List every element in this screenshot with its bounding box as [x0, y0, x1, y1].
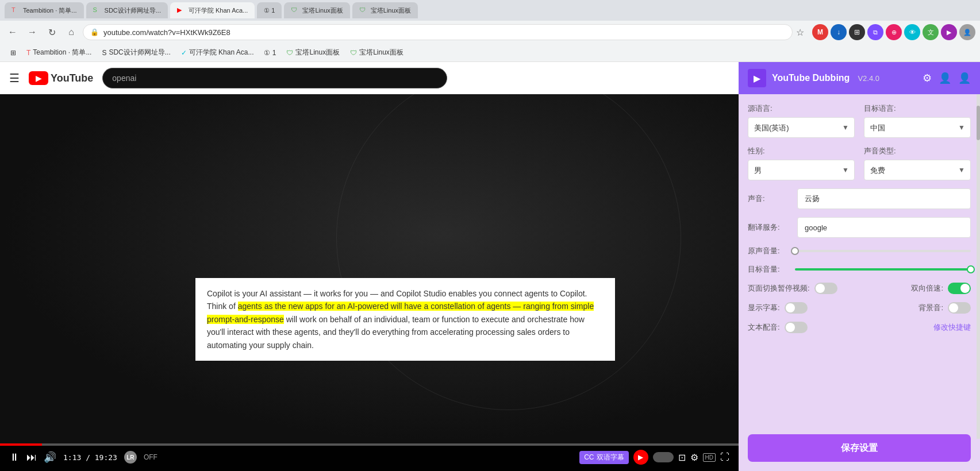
ext-icon-eye[interactable]: 👁 [904, 24, 920, 40]
video-container[interactable]: Copilot is your AI assistant — it works … [0, 94, 739, 443]
page-pause-knob [816, 284, 825, 293]
ext-icon-purple[interactable]: ▶ [941, 24, 957, 40]
forward-button[interactable]: → [24, 24, 40, 40]
dual-speed-knob [960, 284, 970, 293]
tabs-bar: T Teambition · 简单... S SDC设计师网址导... ▶ 可汗… [0, 0, 980, 21]
next-button[interactable]: ⏭ [26, 451, 37, 464]
video-bg: Copilot is your AI assistant — it works … [0, 94, 739, 443]
save-button[interactable]: 保存设置 [748, 434, 971, 462]
ext-icon-m[interactable]: M [812, 24, 828, 40]
dual-sub-icon: CC [584, 453, 594, 461]
progress-bar-container[interactable] [0, 443, 739, 446]
bookmark-circle[interactable]: ① 1 [259, 47, 280, 59]
orig-volume-row: 原声音量: [748, 246, 971, 256]
hd-badge: HD [703, 453, 716, 462]
gender-select[interactable]: 男 [748, 160, 855, 180]
bookmark-baota2[interactable]: 🛡 宝塔Linux面板 [345, 46, 408, 59]
account-icon[interactable]: 👤 [958, 72, 971, 84]
target-lang-group: 目标语言: 中国 ▼ [864, 103, 971, 138]
show-subtitle-toggle-row: 显示字幕: [748, 302, 855, 314]
tab-favicon-teambition: T [11, 6, 20, 14]
yt-logo: ▶ YouTube [29, 71, 93, 85]
ext-icon-split[interactable]: ⧉ [867, 24, 883, 40]
refresh-button[interactable]: ↻ [44, 24, 60, 40]
ext-icon-person[interactable]: 👤 [959, 24, 975, 40]
play-pause-button[interactable]: ⏸ [9, 451, 20, 464]
address-bar[interactable]: 🔒 youtube.com/watch?v=HXtKWk9Z6E8 [83, 24, 793, 40]
translate-value: google [797, 217, 971, 238]
yt-red-button[interactable]: ▶ [633, 450, 648, 465]
fullscreen-icon[interactable]: ⛶ [720, 452, 729, 462]
settings-icon[interactable]: ⚙ [690, 452, 698, 463]
voice-type-select[interactable]: 免费 [864, 160, 971, 180]
show-subtitle-knob [786, 303, 795, 312]
dual-speed-toggle[interactable] [948, 283, 971, 294]
bm-label-sdc: SDC设计师网址导... [109, 48, 170, 57]
subtitle-bgsound-row: 显示字幕: 背景音: [748, 302, 971, 314]
tab-baota1[interactable]: 🛡 宝塔Linux面板 [284, 2, 349, 18]
tab-label-teambition: Teambition · 简单... [23, 6, 77, 15]
browser-toolbar: ← → ↻ ⌂ 🔒 youtube.com/watch?v=HXtKWk9Z6E… [0, 21, 980, 44]
tab-favicon-baota2: 🛡 [359, 6, 367, 14]
translate-label: 翻译服务: [748, 222, 788, 233]
tab-circle[interactable]: ① 1 [257, 2, 282, 18]
bookmark-star-icon[interactable]: ☆ [796, 27, 804, 38]
dual-subtitle-button[interactable]: CC 双语字幕 [579, 451, 628, 464]
url-text: youtube.com/watch?v=HXtKWk9Z6E8 [103, 28, 230, 37]
yt-menu-icon[interactable]: ☰ [9, 71, 20, 85]
show-subtitle-label: 显示字幕: [748, 303, 780, 313]
video-controls: ⏸ ⏭ 🔊 1:13 / 19:23 LR OFF CC 双语字幕 ▶ ⊡ ⚙ … [0, 443, 739, 471]
tab-teambition[interactable]: T Teambition · 简单... [5, 2, 84, 18]
browser-chrome: T Teambition · 简单... S SDC设计师网址导... ▶ 可汗… [0, 0, 980, 62]
text-dub-toggle[interactable] [785, 322, 808, 333]
volume-button[interactable]: 🔊 [44, 451, 56, 464]
bookmark-baota1[interactable]: 🛡 宝塔Linux面板 [282, 46, 344, 59]
tab-favicon-youtube: ▶ [177, 6, 185, 14]
back-button[interactable]: ← [5, 24, 21, 40]
bm-icon-circle: ① 1 [264, 49, 276, 57]
text-dub-toggle-row: 文本配音: [748, 322, 924, 333]
bottom-toggle[interactable] [653, 452, 674, 462]
settings-gear-icon[interactable]: ⚙ [923, 72, 932, 84]
bm-label-khan: 可汗学院 Khan Aca... [189, 48, 254, 57]
tab-sdc[interactable]: S SDC设计师网址导... [86, 2, 168, 18]
bookmark-apps[interactable]: ⊞ [6, 47, 21, 59]
translate-row: 翻译服务: google [748, 217, 971, 238]
apps-icon: ⊞ [10, 49, 16, 57]
voice-type-label: 声音类型: [864, 146, 971, 156]
panel-play-icon: ▶ [748, 69, 766, 87]
yt-search-bar[interactable]: openai [102, 68, 447, 88]
bookmark-teambition[interactable]: T Teambition · 简单... [22, 46, 96, 59]
tab-baota2[interactable]: 🛡 宝塔Linux面板 [352, 2, 418, 18]
ext-icon-down[interactable]: ↓ [831, 24, 847, 40]
yt-header: ☰ ▶ YouTube openai [0, 62, 739, 94]
orig-volume-slider[interactable] [795, 250, 971, 252]
target-lang-select-wrapper: 中国 ▼ [864, 117, 971, 138]
bookmark-khan[interactable]: ✓ 可汗学院 Khan Aca... [176, 46, 259, 59]
tab-youtube[interactable]: ▶ 可汗学院 Khan Aca... [170, 2, 255, 18]
ext-icon-pix[interactable]: ⊕ [886, 24, 902, 40]
gender-group: 性别: 男 ▼ [748, 146, 855, 180]
tab-label-youtube: 可汗学院 Khan Aca... [189, 6, 248, 15]
target-volume-slider[interactable] [795, 268, 971, 271]
page-pause-toggle[interactable] [814, 283, 837, 294]
source-lang-select[interactable]: 美国(英语) [748, 117, 855, 138]
panel-header: ▶ YouTube Dubbing V2.4.0 ⚙ 👤 👤 [739, 62, 980, 94]
modify-shortcut-link[interactable]: 修改快捷键 [933, 322, 971, 333]
scroll-track[interactable] [977, 94, 980, 439]
show-subtitle-toggle[interactable] [785, 302, 808, 314]
ext-icon-grid[interactable]: ⊞ [849, 24, 865, 40]
lr-badge: LR [124, 451, 137, 464]
bm-icon-teambition: T [26, 49, 30, 57]
ext-icon-trans[interactable]: 文 [923, 24, 939, 40]
bg-sound-toggle[interactable] [948, 302, 971, 314]
bookmark-sdc[interactable]: S SDC设计师网址导... [97, 46, 175, 59]
target-lang-select[interactable]: 中国 [864, 117, 971, 138]
gender-label: 性别: [748, 146, 855, 156]
subtitle-overlay: Copilot is your AI assistant — it works … [195, 278, 615, 361]
home-button[interactable]: ⌂ [63, 24, 79, 40]
captions-icon[interactable]: ⊡ [678, 452, 686, 463]
person-add-icon[interactable]: 👤 [939, 72, 951, 84]
textdub-shortcut-row: 文本配音: 修改快捷键 [748, 322, 971, 333]
text-dub-knob [786, 323, 795, 332]
